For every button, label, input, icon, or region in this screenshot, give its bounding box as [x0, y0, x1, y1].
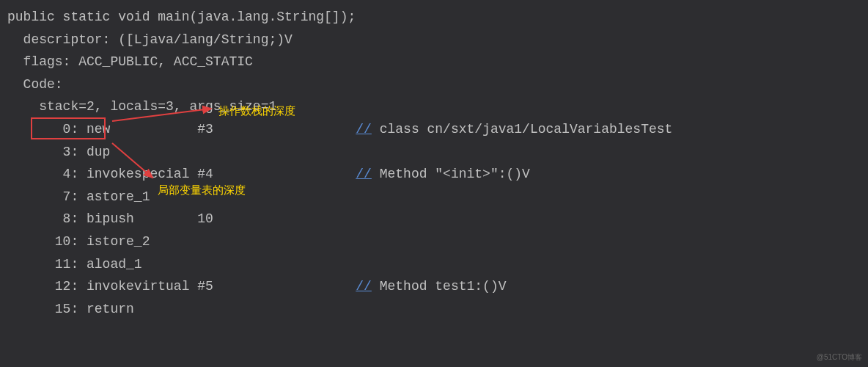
- code-line-9: 7: astore_1: [7, 186, 861, 208]
- comment-text: Method test1:()V: [372, 279, 507, 294]
- code-line-11: 10: istore_2: [7, 230, 861, 253]
- code-line-8: 4: invokespecial #4 // Method "<init>":(…: [7, 163, 861, 186]
- code-line-1: public static void main(java.lang.String…: [7, 6, 861, 29]
- annotation-local-vars: 局部变量表的深度: [158, 181, 246, 200]
- comment-slash: //: [356, 122, 372, 137]
- code-line-14: 15: return: [7, 298, 861, 321]
- annotation-operand-stack: 操作数栈的深度: [218, 101, 295, 120]
- comment-slash: //: [356, 167, 372, 181]
- code-line-5: stack=2, locals=3, args_size=1: [7, 95, 861, 118]
- code-offset: 4: invokespecial #4: [7, 167, 356, 181]
- watermark: @51CTO博客: [817, 351, 862, 363]
- comment-text: Method "<init>":()V: [372, 167, 530, 181]
- code-line-4: Code:: [7, 73, 861, 96]
- code-offset: 12: invokevirtual #5: [7, 279, 356, 294]
- code-line-2: descriptor: ([Ljava/lang/String;)V: [7, 29, 861, 51]
- code-line-6: 0: new #3 // class cn/sxt/java1/LocalVar…: [7, 118, 861, 141]
- code-block: public static void main(java.lang.String…: [7, 6, 861, 320]
- code-offset: 0: new #3: [7, 122, 356, 137]
- code-line-13: 12: invokevirtual #5 // Method test1:()V: [7, 275, 861, 298]
- code-line-10: 8: bipush 10: [7, 208, 861, 230]
- comment-text: class cn/sxt/java1/LocalVariablesTest: [372, 122, 672, 137]
- code-line-12: 11: aload_1: [7, 253, 861, 276]
- comment-slash: //: [356, 279, 372, 294]
- code-line-3: flags: ACC_PUBLIC, ACC_STATIC: [7, 51, 861, 73]
- code-line-7: 3: dup: [7, 141, 861, 164]
